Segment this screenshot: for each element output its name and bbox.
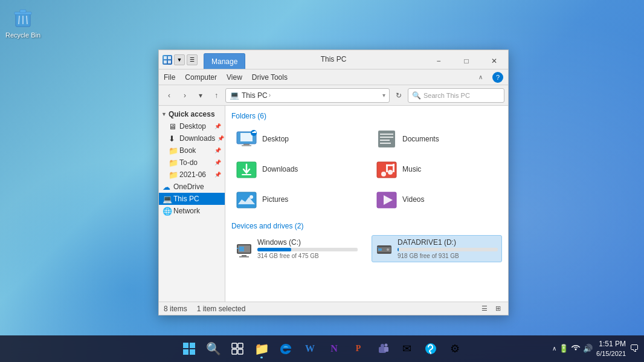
grid-view-button[interactable]: ⊞ (492, 303, 503, 314)
taskbar-powerpoint-button[interactable]: P (347, 338, 369, 360)
taskbar-start-button[interactable] (178, 338, 200, 360)
minimize-button[interactable]: − (425, 53, 452, 69)
drives-grid: Windows (C:) 314 GB free of 475 GB (231, 235, 502, 262)
file-menu[interactable]: File (164, 73, 175, 82)
sidebar-item-desktop[interactable]: 🖥 Desktop 📌 (159, 120, 225, 132)
drive-c-bar (257, 248, 291, 251)
address-bar: ‹ › ▾ ↑ 💻 This PC › ▾ ↻ 🔍 Search This PC (159, 85, 508, 106)
sidebar-item-network[interactable]: 🌐 Network (159, 205, 225, 217)
folder-item-music[interactable]: Music (372, 155, 502, 183)
recycle-bin[interactable]: Recycle Bin (5, 6, 41, 39)
close-button[interactable]: ✕ (480, 53, 508, 69)
sidebar-item-this-pc[interactable]: 💻 This PC (159, 193, 225, 205)
computer-menu[interactable]: Computer (185, 73, 217, 82)
documents-icon (376, 128, 398, 150)
svg-rect-59 (384, 347, 388, 352)
taskbar-center: 🔍 📁 W N P ✉ (178, 338, 466, 360)
folder-name-desktop: Desktop (262, 135, 289, 143)
taskbar-mail-button[interactable]: ✉ (396, 338, 417, 360)
svg-rect-2 (20, 10, 26, 13)
maximize-button[interactable]: □ (452, 53, 480, 69)
taskbar-edge-button[interactable] (275, 338, 297, 360)
svg-rect-14 (242, 145, 251, 146)
book-folder-icon: 📁 (169, 146, 177, 155)
list-view-button[interactable]: ☰ (479, 303, 490, 314)
folders-grid: Desktop Documents (231, 125, 502, 213)
pin-icon: 📌 (214, 147, 221, 154)
taskbar-battery-icon: 🔋 (559, 344, 568, 353)
navigation-pane: ▼ Quick access 🖥 Desktop 📌 ⬇ Downloads 📌… (159, 106, 225, 302)
this-pc-icon: 💻 (163, 195, 171, 203)
drive-c-info: Windows (C:) 314 GB free of 475 GB (257, 238, 358, 259)
folder-item-pictures[interactable]: Pictures (231, 186, 362, 213)
folder-item-documents[interactable]: Documents (372, 125, 502, 153)
sidebar-item-downloads[interactable]: ⬇ Downloads 📌 (159, 132, 225, 144)
quick-access-label: Quick access (169, 110, 215, 118)
sidebar-item-onedrive[interactable]: ☁ OneDrive (159, 181, 225, 193)
sidebar-item-2021[interactable]: 📁 2021-06 📌 (159, 169, 225, 181)
title-bar: ▼ ☰ Manage This PC − □ ✕ (159, 50, 508, 69)
search-box[interactable]: 🔍 Search This PC (408, 88, 504, 103)
view-menu[interactable]: View (227, 73, 242, 82)
todo-folder-icon: 📁 (169, 158, 177, 167)
explorer-app-icon (163, 55, 172, 65)
forward-button[interactable]: › (178, 89, 192, 102)
folder-item-desktop[interactable]: Desktop (231, 125, 362, 153)
desktop-folder-icon: 🖥 (169, 122, 177, 131)
svg-rect-46 (378, 248, 382, 251)
taskbar-datetime[interactable]: 1:51 PM 6/15/2021 (596, 340, 626, 358)
svg-rect-48 (183, 343, 188, 348)
downloads-icon (236, 158, 257, 180)
svg-point-57 (381, 344, 384, 347)
selection-status: 1 item selected (197, 305, 246, 313)
svg-rect-51 (190, 349, 195, 355)
sidebar-item-book[interactable]: 📁 Book 📌 (159, 144, 225, 157)
status-right: ☰ ⊞ (479, 303, 503, 314)
taskbar-task-view-button[interactable] (227, 338, 248, 360)
folder-item-videos[interactable]: Videos (372, 186, 502, 213)
sidebar-item-todo[interactable]: 📁 To-do 📌 (159, 157, 225, 169)
notification-button[interactable]: 🗨 (630, 343, 639, 354)
taskbar-skype-button[interactable] (420, 338, 442, 360)
taskbar-settings-button[interactable]: ⚙ (444, 338, 466, 360)
svg-rect-41 (239, 256, 249, 257)
svg-rect-52 (232, 343, 237, 348)
up-button[interactable]: ↑ (210, 89, 223, 102)
taskbar: 🔍 📁 W N P ✉ (0, 335, 644, 362)
network-icon: 🌐 (163, 207, 171, 215)
tab-manage[interactable]: Manage (204, 53, 245, 69)
downloads-folder-icon: ⬇ (169, 134, 177, 143)
address-box[interactable]: 💻 This PC › ▾ (225, 88, 390, 103)
properties-button[interactable]: ☰ (187, 54, 198, 65)
folder-item-downloads[interactable]: Downloads (231, 155, 362, 183)
svg-line-5 (27, 16, 27, 24)
taskbar-onenote-button[interactable]: N (323, 338, 345, 360)
title-controls: − □ ✕ (425, 50, 508, 69)
refresh-button[interactable]: ↻ (392, 89, 405, 102)
drive-item-c[interactable]: Windows (C:) 314 GB free of 475 GB (231, 235, 362, 262)
folder-name-documents: Documents (402, 135, 439, 143)
ribbon-collapse-button[interactable]: ∧ (478, 74, 483, 80)
search-placeholder: Search This PC (423, 92, 470, 99)
taskbar-explorer-button[interactable]: 📁 (251, 338, 272, 360)
svg-rect-12 (240, 133, 253, 141)
recent-locations-button[interactable]: ▾ (194, 89, 207, 102)
taskbar-msteams-button[interactable] (372, 338, 393, 360)
taskbar-search-button[interactable]: 🔍 (202, 338, 224, 360)
quick-access-header[interactable]: ▼ Quick access (159, 108, 225, 120)
address-dropdown[interactable]: ▾ (382, 92, 385, 99)
back-button[interactable]: ‹ (163, 89, 176, 102)
content-pane: Folders (6) (225, 106, 508, 302)
drive-tools-menu[interactable]: Drive Tools (252, 73, 288, 82)
drive-d-bar-container (398, 248, 498, 251)
taskbar-word-button[interactable]: W (299, 338, 321, 360)
taskbar-right: ∧ 🔋 🔊 1:51 PM 6/15/2021 🗨 (552, 340, 639, 358)
taskbar-chevron-icon[interactable]: ∧ (552, 345, 556, 352)
quick-access-button[interactable]: ▼ (174, 54, 185, 65)
drive-d-bar (398, 248, 399, 251)
drive-item-d[interactable]: DATADRIVE1 (D:) 918 GB free of 931 GB (372, 235, 502, 262)
svg-rect-49 (190, 343, 195, 348)
recycle-bin-icon (11, 6, 35, 30)
svg-point-62 (575, 349, 577, 351)
help-button[interactable]: ? (492, 72, 503, 83)
